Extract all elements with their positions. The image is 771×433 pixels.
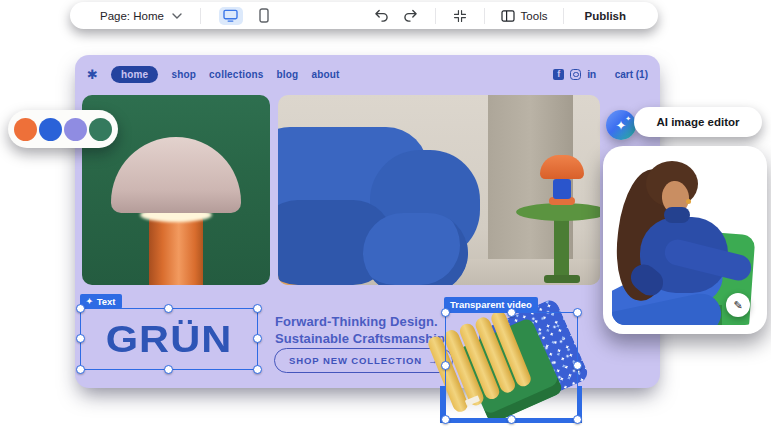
sofa-seat-cushion-2 — [363, 213, 468, 285]
text-tag-label: Text — [97, 296, 116, 307]
editor-toolbar: Page: Home — [70, 2, 658, 29]
shop-collection-button[interactable]: SHOP NEW COLLECTION → — [274, 348, 453, 373]
instagram-icon[interactable] — [570, 69, 581, 80]
linkedin-icon[interactable]: in — [587, 68, 595, 80]
selection-handle[interactable] — [253, 334, 262, 343]
cta-label: SHOP NEW COLLECTION — [289, 355, 422, 366]
undo-icon[interactable] — [367, 9, 396, 22]
brand-flower-icon: ✱ — [87, 68, 98, 81]
tools-button[interactable]: Tools — [495, 10, 554, 22]
sparkle-small-icon: ✦ — [625, 115, 631, 122]
photo-card[interactable]: ✎ — [603, 146, 767, 334]
tools-panel-icon — [501, 10, 515, 22]
nav-item-blog[interactable]: blog — [277, 69, 299, 80]
table-lamp-stem — [553, 179, 571, 199]
selection-handle[interactable] — [507, 415, 516, 424]
chevron-down-icon[interactable] — [172, 13, 182, 19]
selection-handle[interactable] — [76, 365, 85, 374]
collapse-view-icon[interactable] — [446, 9, 474, 23]
selection-handle[interactable] — [573, 415, 582, 424]
selection-handle[interactable] — [441, 361, 450, 370]
selection-handle[interactable] — [507, 308, 516, 317]
tools-label: Tools — [521, 10, 548, 22]
side-table-foot — [544, 275, 580, 283]
ai-editor-label[interactable]: AI image editor — [634, 107, 762, 137]
earring — [686, 199, 691, 204]
selection-handle[interactable] — [164, 304, 173, 313]
selection-handle[interactable] — [253, 304, 262, 313]
editor-stage: Page: Home — [0, 0, 771, 433]
cart-link[interactable]: cart (1) — [615, 69, 648, 80]
hero-image-sofa[interactable] — [278, 95, 600, 285]
selection-handle[interactable] — [164, 365, 173, 374]
text-selection-box[interactable] — [80, 308, 258, 370]
edit-photo-badge[interactable]: ✎ — [726, 293, 750, 317]
nav-item-shop[interactable]: shop — [171, 69, 196, 80]
lamp-stem — [149, 215, 203, 285]
swatch-periwinkle[interactable] — [64, 118, 87, 141]
selection-handle[interactable] — [573, 308, 582, 317]
facebook-icon[interactable]: f — [553, 69, 564, 80]
toolbar-divider — [484, 8, 485, 24]
redo-icon[interactable] — [396, 9, 425, 22]
selection-handle[interactable] — [441, 415, 450, 424]
nav-item-collections[interactable]: collections — [209, 69, 263, 80]
headline-line-1: Forward-Thinking Design. — [275, 313, 449, 330]
text-selection-tag: ✦ Text — [80, 294, 122, 309]
headline-line-2: Sustainable Craftsmanship. — [275, 330, 449, 347]
swatch-orange[interactable] — [14, 118, 37, 141]
video-selection-box[interactable] — [445, 312, 578, 420]
ai-editor-button[interactable]: ✦ ✦ — [606, 110, 636, 140]
selection-handle[interactable] — [441, 308, 450, 317]
lamp-dome — [111, 137, 241, 213]
swatch-blue[interactable] — [39, 118, 62, 141]
toolbar-divider — [435, 8, 436, 24]
page-selector[interactable]: Page: Home — [100, 10, 164, 22]
nav-item-about[interactable]: about — [311, 69, 339, 80]
model-photo: ✎ — [612, 155, 758, 325]
desktop-view-icon[interactable] — [219, 7, 243, 25]
selection-handle[interactable] — [253, 365, 262, 374]
toolbar-divider — [200, 8, 201, 24]
pencil-icon: ✎ — [733, 299, 742, 312]
sparkle-icon: ✦ — [86, 297, 93, 306]
color-swatch-pill — [8, 110, 118, 148]
publish-button[interactable]: Publish — [574, 10, 640, 22]
selection-handle[interactable] — [76, 304, 85, 313]
selection-handle[interactable] — [76, 334, 85, 343]
mobile-view-icon[interactable] — [259, 8, 269, 23]
toolbar-divider — [563, 8, 564, 24]
video-selection-tag: Transparent video — [444, 297, 538, 312]
video-tag-label: Transparent video — [450, 299, 532, 310]
selection-handle[interactable] — [573, 361, 582, 370]
nav-item-home[interactable]: home — [111, 66, 158, 83]
side-table-top — [516, 203, 600, 221]
sweater-collar — [664, 207, 690, 223]
headline-text: Forward-Thinking Design. Sustainable Cra… — [275, 313, 449, 347]
lamp-cable — [82, 278, 144, 285]
swatch-green[interactable] — [89, 118, 112, 141]
table-lamp-dome — [540, 155, 584, 179]
side-table-leg — [554, 215, 569, 281]
site-navbar: ✱ home shop collections blog about f in … — [87, 63, 648, 85]
